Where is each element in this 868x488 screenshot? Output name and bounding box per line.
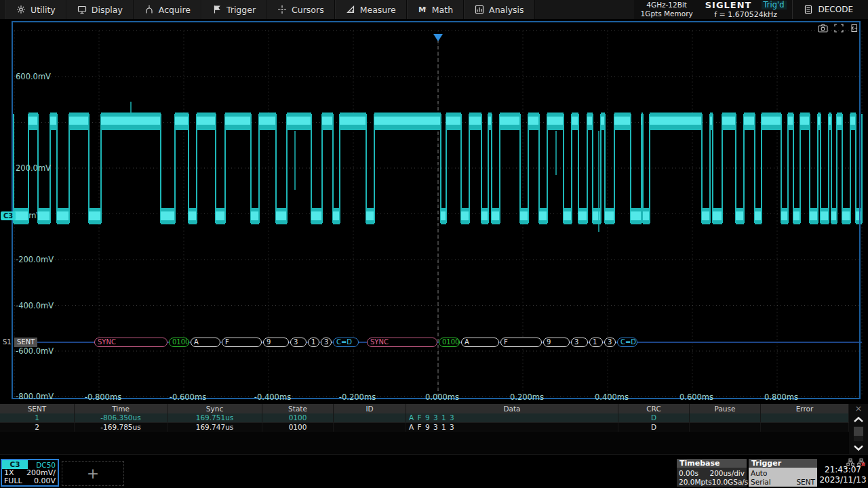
- camera-icon[interactable]: [818, 24, 828, 33]
- bandwidth-limit: FULL: [4, 477, 22, 485]
- column-header-crc: CRC: [618, 404, 690, 413]
- memory-label: 1Gpts Memory: [641, 9, 693, 18]
- decode-segment-sync: SYNC: [367, 338, 437, 347]
- table-cell: 169.751us: [167, 413, 262, 422]
- decode-table: SENTTimeSyncStateIDDataCRCPauseError1-80…: [0, 404, 868, 454]
- table-cell: A F 9 3 1 3: [406, 413, 618, 422]
- channel-position-marker[interactable]: C3: [1, 211, 16, 220]
- table-header-row: SENTTimeSyncStateIDDataCRCPauseError: [0, 404, 849, 413]
- menu-item-label: Math: [432, 5, 453, 15]
- add-channel-slot[interactable]: +: [62, 461, 124, 486]
- decode-segment-crc: C=D: [617, 338, 637, 347]
- menu-item-label: Measure: [360, 5, 396, 15]
- ruler-icon: [346, 5, 355, 14]
- decode-table-body: SENTTimeSyncStateIDDataCRCPauseError1-80…: [0, 404, 849, 454]
- column-header-data: Data: [406, 404, 618, 413]
- brand-block: SIGLENT Trig'd f = 1.670524kHz: [700, 0, 792, 19]
- timebase-title: Timebase: [677, 459, 747, 468]
- column-header-pause: Pause: [690, 404, 761, 413]
- voltage-label: -200.0mV: [16, 255, 54, 264]
- decode-button[interactable]: DECODE: [792, 0, 868, 19]
- decode-segment-crc: C=D: [333, 338, 359, 347]
- flip-icon[interactable]: [850, 24, 859, 33]
- menu-item-label: Trigger: [226, 5, 256, 15]
- menu-item-utility[interactable]: Utility: [5, 0, 66, 19]
- trigger-box[interactable]: Trigger Auto Serial SENT: [749, 459, 817, 487]
- menu-item-display[interactable]: Display: [66, 0, 134, 19]
- timebase-box[interactable]: Timebase 0.00s 200us/div 20.0Mpts 10.0GS…: [677, 459, 747, 487]
- scrollbar-track[interactable]: [854, 426, 863, 441]
- decode-segment-data: F: [222, 338, 262, 347]
- menu-item-analysis[interactable]: Analysis: [464, 0, 535, 19]
- decode-segment-st: 0100: [169, 338, 189, 347]
- menu-item-trigger[interactable]: Trigger: [201, 0, 267, 19]
- chart-icon: [475, 5, 484, 14]
- brand-logo: SIGLENT: [705, 0, 752, 10]
- plus-icon: +: [87, 467, 99, 481]
- crosshair-icon: [277, 5, 287, 14]
- column-header-state: State: [262, 404, 334, 413]
- fullscreen-icon[interactable]: [834, 24, 844, 33]
- table-cell: [690, 413, 761, 422]
- voltage-label: 200.0mV: [16, 163, 51, 173]
- serial-bus-index: S1: [3, 338, 12, 346]
- serial-bus-protocol-badge[interactable]: SENT: [14, 338, 37, 347]
- table-cell: D: [618, 423, 690, 432]
- table-row[interactable]: 1-806.350us169.751us0100A F 9 3 1 3D: [0, 413, 849, 422]
- scroll-down-button[interactable]: [853, 442, 864, 454]
- decode-segment-data: 9: [543, 338, 570, 347]
- table-cell: A F 9 3 1 3: [406, 423, 618, 432]
- table-row[interactable]: 2-169.785us169.747us0100A F 9 3 1 3D: [0, 422, 849, 432]
- display-icon: [77, 5, 87, 14]
- table-cell: 2: [0, 423, 75, 432]
- time-label: -0.800ms: [73, 392, 134, 402]
- decode-segment-data: 3: [290, 338, 307, 347]
- table-cell: [334, 423, 406, 432]
- close-icon[interactable]: ×: [855, 404, 863, 413]
- oscilloscope-screen: UtilityDisplayAcquireTriggerCursorsMeasu…: [0, 0, 868, 488]
- table-scrollbar[interactable]: ×: [849, 404, 868, 454]
- time-label: 0.000ms: [412, 392, 473, 402]
- column-header-id: ID: [334, 404, 406, 413]
- table-cell: [334, 413, 406, 422]
- decode-segment-data: 1: [308, 338, 319, 347]
- table-cell: [690, 423, 761, 432]
- system-time: 21:43:07: [819, 465, 867, 475]
- math-icon: Mx: [418, 5, 427, 14]
- table-cell: 0100: [262, 413, 334, 422]
- menu-item-label: Analysis: [489, 5, 524, 15]
- graticule-toolbar: [818, 24, 859, 33]
- column-header-sent: SENT: [0, 404, 75, 413]
- time-label: 0.800ms: [751, 392, 812, 402]
- gear-icon: [16, 5, 26, 14]
- menu-item-acquire[interactable]: Acquire: [134, 0, 201, 19]
- decode-segment-sync: SYNC: [94, 338, 167, 347]
- decode-segment-data: A: [191, 338, 220, 347]
- clock-block: 21:43:07 2023/11/13: [819, 456, 867, 485]
- table-cell: 0100: [262, 423, 334, 432]
- voltage-label: 600.0mV: [16, 72, 51, 81]
- table-cell: -169.785us: [75, 423, 167, 432]
- scroll-up-button[interactable]: [853, 413, 864, 426]
- time-label: 0.400ms: [581, 392, 642, 402]
- table-cell: 1: [0, 413, 75, 422]
- menu-item-cursors[interactable]: Cursors: [267, 0, 335, 19]
- time-label: -0.200ms: [327, 392, 388, 402]
- trigger-frequency: f = 1.670524kHz: [705, 10, 787, 19]
- decode-segment-data: 1: [589, 338, 603, 347]
- descriptor-bar: C3 DC50 1X 200mV/ FULL 0.00V + Timebase …: [0, 454, 868, 488]
- menu-item-math[interactable]: MxMath: [407, 0, 464, 19]
- menu-items: UtilityDisplayAcquireTriggerCursorsMeasu…: [0, 0, 535, 19]
- menu-item-measure[interactable]: Measure: [335, 0, 407, 19]
- trigger-type: Serial: [751, 478, 771, 486]
- channel-descriptor-box[interactable]: C3 DC50 1X 200mV/ FULL 0.00V: [1, 459, 59, 487]
- decode-segment-data: 3: [571, 338, 588, 347]
- decode-segment-data: 3: [604, 338, 616, 347]
- decode-segment-st: 0100: [439, 338, 460, 347]
- memory-info: 4GHz-12Bit 1Gpts Memory: [634, 1, 700, 18]
- time-label: 0.600ms: [666, 392, 727, 402]
- time-label: -0.400ms: [242, 392, 303, 402]
- scrollbar-thumb[interactable]: [854, 427, 863, 436]
- table-cell: -806.350us: [75, 413, 167, 422]
- system-date: 2023/11/13: [819, 475, 867, 485]
